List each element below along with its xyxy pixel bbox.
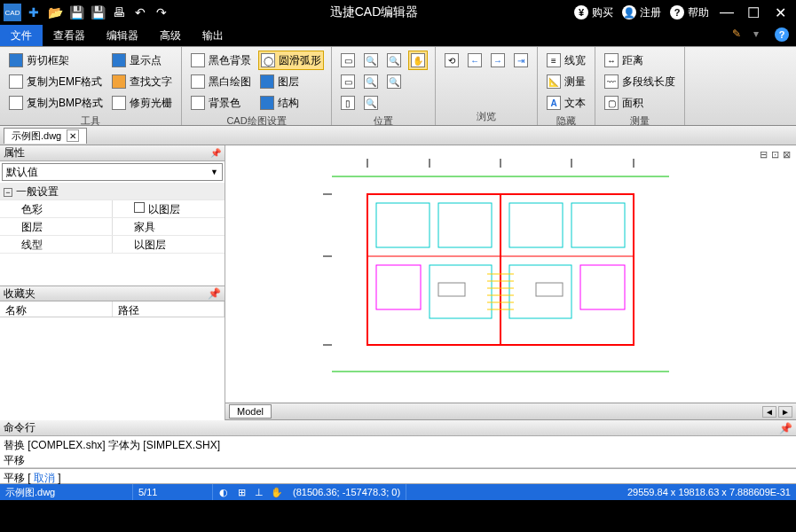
status-icon-1[interactable]: ◐ <box>217 487 231 498</box>
new-icon[interactable]: ✚ <box>25 4 43 21</box>
default-combo[interactable]: 默认值▼ <box>2 163 223 181</box>
save-icon[interactable]: 💾 <box>67 4 85 21</box>
smooth-arc-button[interactable]: ◯圆滑弧形 <box>258 51 324 70</box>
trim-button[interactable]: 修剪光栅 <box>110 93 174 113</box>
close-tab-icon[interactable]: ✕ <box>67 129 79 142</box>
menu-output[interactable]: 输出 <box>192 25 234 46</box>
pin-icon[interactable]: 📌 <box>779 422 792 434</box>
canvas-btn2[interactable]: ⊡ <box>771 149 779 160</box>
doc-tab[interactable]: 示例图.dwg ✕ <box>4 128 87 144</box>
menubar: 文件 查看器 编辑器 高级 输出 ✎ ▾ ? <box>0 25 796 46</box>
command-input[interactable]: 平移 [ 取消 ] <box>0 468 796 484</box>
prop-row-linetype[interactable]: 线型 以图层 <box>0 236 225 254</box>
pin-icon[interactable]: 📌 <box>208 287 221 300</box>
maximize-button[interactable]: ☐ <box>745 4 762 21</box>
zoomout-button[interactable]: 🔍 <box>362 72 380 91</box>
linewidth-button[interactable]: ≡线宽 <box>545 51 587 70</box>
saveas-icon[interactable]: 💾 <box>89 4 106 21</box>
bw-button[interactable]: 黑白绘图 <box>189 72 253 91</box>
scroll-right-button[interactable]: ► <box>778 406 792 418</box>
structure-button[interactable]: 结构 <box>258 93 324 113</box>
svg-rect-10 <box>571 203 625 247</box>
buy-button[interactable]: ¥购买 <box>574 5 613 20</box>
open-icon[interactable]: 📂 <box>46 4 64 21</box>
copy-bmp-button[interactable]: 复制为BMP格式 <box>7 93 105 113</box>
menu-viewer[interactable]: 查看器 <box>43 25 96 46</box>
chevron-down-icon: ▼ <box>210 168 218 176</box>
print-icon[interactable]: 🖶 <box>110 4 128 21</box>
zoomfit-button[interactable]: 🔍 <box>362 93 380 113</box>
svg-rect-12 <box>580 265 625 309</box>
status-icon-4[interactable]: ✋ <box>270 487 284 498</box>
cad-icon[interactable]: CAD <box>4 4 21 21</box>
properties-header[interactable]: 属性📌 <box>0 145 225 161</box>
redo-icon[interactable]: ↷ <box>153 4 170 21</box>
svg-rect-19 <box>438 283 465 296</box>
menu-editor[interactable]: 编辑器 <box>96 25 149 46</box>
model-tabs: Model ◄ ► <box>225 403 796 420</box>
status-icon-3[interactable]: ⊥ <box>252 487 266 498</box>
register-button[interactable]: 👤注册 <box>622 5 661 20</box>
ribbon: 剪切框架 复制为EMF格式 复制为BMP格式 显示点 查找文字 修剪光栅 工具 … <box>0 46 796 126</box>
command-header[interactable]: 命令行📌 <box>0 420 796 436</box>
nav-last-button[interactable]: ⇥ <box>512 51 530 70</box>
cancel-link[interactable]: 取消 <box>34 472 55 484</box>
left-panel: 属性📌 默认值▼ −一般设置 色彩 以图层 图层 家具 线型 以图层 收藏夹📌 <box>0 145 225 420</box>
ribbon-group-hide: ≡线宽 📐测量 A文本 隐藏 <box>538 47 595 125</box>
scroll-left-button[interactable]: ◄ <box>762 406 776 418</box>
fav-col-name[interactable]: 名称 <box>0 301 113 317</box>
quick-access-toolbar: CAD ✚ 📂 💾 💾 🖶 ↶ ↷ <box>0 4 174 21</box>
layers-button[interactable]: 图层 <box>258 72 324 91</box>
drawing-canvas[interactable]: ⊟ ⊡ ⊠ <box>225 145 796 403</box>
favorites-list <box>0 317 225 420</box>
dropdown-icon[interactable]: ▾ <box>753 27 769 43</box>
polyline-button[interactable]: 〰多段线长度 <box>603 72 677 91</box>
pos-btn-1[interactable]: ▭ <box>339 51 357 70</box>
measure-toggle-button[interactable]: 📐测量 <box>545 72 587 91</box>
black-bg-button[interactable]: 黑色背景 <box>189 51 253 70</box>
show-points-button[interactable]: 显示点 <box>110 51 174 70</box>
properties-table: −一般设置 色彩 以图层 图层 家具 线型 以图层 <box>0 183 225 286</box>
prop-row-layer[interactable]: 图层 家具 <box>0 218 225 236</box>
zoomin-button[interactable]: 🔍 <box>362 51 380 70</box>
find-text-button[interactable]: 查找文字 <box>110 72 174 91</box>
pan-button[interactable]: ✋ <box>408 51 428 70</box>
zoom-btn-4[interactable]: 🔍 <box>385 51 403 70</box>
pen-icon[interactable]: ✎ <box>732 27 748 43</box>
area-button[interactable]: ▢面积 <box>603 93 677 113</box>
prop-group-general[interactable]: −一般设置 <box>0 183 225 200</box>
menu-advanced[interactable]: 高级 <box>149 25 192 46</box>
canvas-wrap: ⊟ ⊡ ⊠ <box>225 145 796 420</box>
clip-frame-button[interactable]: 剪切框架 <box>7 51 105 70</box>
ribbon-group-position: ▭ ▭ ▯ 🔍 🔍 🔍 🔍 🔍 ✋ 位置 <box>332 47 436 125</box>
bgcolor-button[interactable]: 背景色 <box>189 93 253 113</box>
svg-rect-9 <box>509 203 563 247</box>
status-file: 示例图.dwg <box>0 484 133 500</box>
close-button[interactable]: ✕ <box>771 4 789 21</box>
document-tabs: 示例图.dwg ✕ <box>0 126 796 145</box>
model-tab[interactable]: Model <box>229 404 272 419</box>
minimize-button[interactable]: — <box>718 4 736 20</box>
canvas-btn3[interactable]: ⊠ <box>783 149 791 160</box>
zoom-btn-5[interactable]: 🔍 <box>385 72 403 91</box>
text-button[interactable]: A文本 <box>545 93 587 113</box>
help-button[interactable]: ?帮助 <box>670 5 709 20</box>
status-icon-2[interactable]: ⊞ <box>234 487 248 498</box>
main-area: 属性📌 默认值▼ −一般设置 色彩 以图层 图层 家具 线型 以图层 收藏夹📌 <box>0 145 796 420</box>
prop-row-color[interactable]: 色彩 以图层 <box>0 200 225 218</box>
pos-btn-2[interactable]: ▭ <box>339 72 357 91</box>
rotate-left-button[interactable]: ⟲ <box>443 51 461 70</box>
menu-file[interactable]: 文件 <box>0 25 43 46</box>
undo-icon[interactable]: ↶ <box>131 4 149 21</box>
distance-button[interactable]: ↔距离 <box>603 51 677 70</box>
canvas-btn1[interactable]: ⊟ <box>760 149 768 160</box>
pin-icon[interactable]: 📌 <box>210 148 221 158</box>
command-log: 替换 [COMPLEX.shx] 字体为 [SIMPLEX.SHX] 平移 <box>0 436 796 468</box>
copy-emf-button[interactable]: 复制为EMF格式 <box>7 72 105 91</box>
help-icon[interactable]: ? <box>775 27 791 43</box>
nav-right-button[interactable]: → <box>489 51 507 70</box>
favorites-header[interactable]: 收藏夹📌 <box>0 286 225 301</box>
fav-col-path[interactable]: 路径 <box>113 301 225 317</box>
nav-left-button[interactable]: ← <box>466 51 484 70</box>
pos-btn-3[interactable]: ▯ <box>339 93 357 113</box>
